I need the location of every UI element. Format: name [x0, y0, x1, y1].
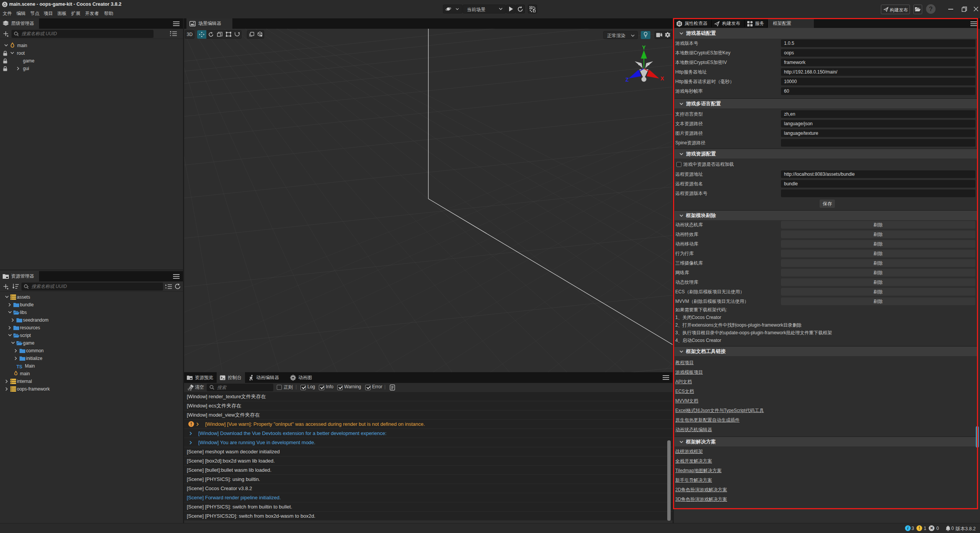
- svg-text:Z: Z: [626, 77, 629, 83]
- svg-text:Y: Y: [642, 45, 646, 51]
- svg-text:X: X: [660, 75, 664, 82]
